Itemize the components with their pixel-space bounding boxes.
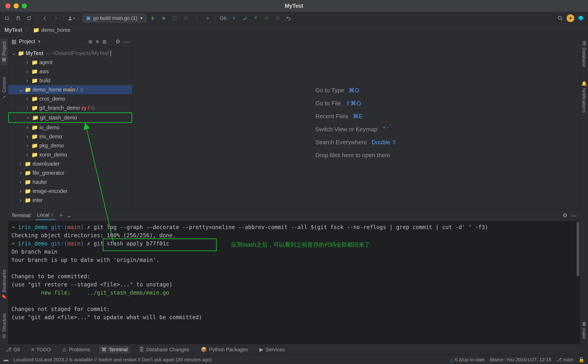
breadcrumb-child[interactable]: 📁 demo_home: [33, 27, 71, 33]
git-rollback-button[interactable]: [273, 14, 282, 23]
coverage-button[interactable]: [170, 14, 179, 23]
debug-button[interactable]: [159, 14, 168, 23]
breadcrumb-root[interactable]: MyTest: [5, 27, 22, 33]
tool-commit-tab[interactable]: ✓ Commit: [1, 75, 7, 102]
tree-item-image-encoder[interactable]: ›📁 image-encoder: [8, 187, 132, 196]
terminal-prompt-branch: main: [67, 224, 81, 230]
user-menu-button[interactable]: ▾: [67, 14, 76, 23]
status-message[interactable]: Localized GoLand 2023.2 is available // …: [13, 357, 212, 362]
git-commit-button[interactable]: [240, 14, 249, 23]
collapse-all-button[interactable]: ≣: [102, 39, 107, 45]
terminal-hide-button[interactable]: —: [571, 212, 577, 219]
ide-updates-button[interactable]: +: [567, 14, 574, 22]
tree-root[interactable]: ⌄📁 MyTest – ~/GolandProjects/MyTest ▎: [8, 49, 132, 58]
tool-database-tab[interactable]: 🗄 Database: [581, 39, 587, 69]
expand-all-button[interactable]: ≡: [96, 39, 99, 45]
terminal-line: Checking object directories: 100% (256/2…: [11, 231, 577, 240]
undo-button[interactable]: [284, 14, 293, 23]
git-push-button[interactable]: [251, 14, 260, 23]
settings-button[interactable]: ⚙: [115, 39, 120, 45]
editor-hint: Go to File⇧⌘O: [315, 100, 397, 107]
tree-item-git_stash_demo[interactable]: ›📁 git_stash_demo: [9, 113, 131, 122]
status-git-changes[interactable]: △ 6 ∆/up-to-date: [450, 357, 485, 362]
bottom-tab-services[interactable]: ▶Services: [257, 346, 287, 354]
terminal-line: Changes to be committed:: [11, 272, 577, 280]
terminal-dropdown-button[interactable]: ⌄: [67, 212, 72, 219]
toolbox-button[interactable]: [576, 14, 585, 23]
stop-button[interactable]: [203, 14, 212, 23]
tree-item-pkg_demo[interactable]: ›📁 pkg_demo: [8, 141, 132, 150]
editor-hint: Search EverywhereDouble ⇧: [315, 139, 397, 146]
tool-structure-tab[interactable]: ☰ Structure: [1, 311, 7, 341]
editor-hint: Recent Files⌘E: [315, 113, 397, 120]
svg-rect-3: [207, 17, 209, 19]
run-configuration-selector[interactable]: ▣ go build main.go (1) ▼: [83, 14, 147, 23]
close-window-button[interactable]: [6, 3, 10, 8]
git-label: Git:: [220, 15, 227, 21]
chevron-down-icon[interactable]: ▼: [38, 39, 41, 44]
tree-item-downloader[interactable]: ›📁 downloader: [8, 159, 132, 168]
project-icon: ▦: [1, 57, 7, 63]
tree-item-aws[interactable]: ›📁 aws: [8, 67, 132, 76]
status-projects-icon[interactable]: ▬: [4, 357, 8, 362]
bottom-tab-todo[interactable]: ≡TODO: [29, 346, 53, 354]
terminal-scrollbar[interactable]: [577, 222, 579, 276]
svg-point-1: [163, 17, 165, 19]
open-file-button[interactable]: [3, 14, 12, 23]
terminal-line: new file:: [41, 290, 71, 296]
tree-item-iris_demo[interactable]: ›📁 iris_demo: [8, 132, 132, 141]
main-toolbar: ▾ ▣ go build main.go (1) ▼ ⋮ Git: ⟳ +: [0, 12, 588, 25]
tree-item-demo_home[interactable]: ⌄📁 demo_home main / ⊘: [8, 85, 132, 94]
tree-item-git_branch_demo[interactable]: ›📁 git_branch_demo zy / ⊘: [8, 103, 132, 112]
minimize-window-button[interactable]: [14, 3, 19, 8]
project-tree[interactable]: ⌄📁 MyTest – ~/GolandProjects/MyTest ▎›📁 …: [8, 47, 132, 210]
status-lock-icon[interactable]: 🔒: [578, 357, 584, 362]
tree-item-build[interactable]: ›📁 build: [8, 76, 132, 85]
status-blame[interactable]: Blame: You 2024/1/27, 12:15: [490, 357, 551, 362]
chevron-right-icon: 〉: [25, 27, 30, 34]
tool-bookmarks-tab[interactable]: 🔖 Bookmarks: [1, 267, 7, 302]
bottom-tab-terminal[interactable]: ⌘Terminal: [99, 346, 130, 354]
new-terminal-tab-button[interactable]: +: [59, 212, 63, 219]
tree-item-agent[interactable]: ›📁 agent: [8, 58, 132, 67]
git-history-button[interactable]: ⟳: [262, 14, 271, 23]
save-all-button[interactable]: [14, 14, 23, 23]
list-icon: ≡: [31, 347, 34, 353]
tree-item-hauler[interactable]: ›📁 hauler: [8, 177, 132, 187]
bottom-tab-python-packages[interactable]: 📦Python Packages: [198, 346, 250, 354]
close-tab-icon[interactable]: ×: [51, 212, 54, 218]
attach-button[interactable]: ⋮: [192, 14, 201, 23]
bottom-tab-database-changes[interactable]: 🗄Database Changes: [137, 346, 191, 354]
nav-forward-button[interactable]: [51, 14, 60, 23]
tree-item-file_generator[interactable]: ›📁 file_generator: [8, 168, 132, 177]
branch-icon: ⎇: [556, 357, 563, 362]
profile-button[interactable]: [181, 14, 190, 23]
project-header-label[interactable]: Project: [19, 39, 35, 45]
search-everywhere-button[interactable]: [556, 14, 565, 23]
git-pull-button[interactable]: [229, 14, 238, 23]
run-button[interactable]: [148, 14, 157, 23]
annotation-text: 应用stash之后，可以看到之前暂存的代码全部都回来了: [231, 240, 370, 249]
tree-item-xorm_demo[interactable]: ›📁 xorm_demo: [8, 150, 132, 159]
zoom-window-button[interactable]: [22, 3, 27, 8]
tree-item-cros_demo[interactable]: ›📁 cros_demo: [8, 94, 132, 103]
hide-button[interactable]: —: [124, 39, 129, 45]
nav-back-button[interactable]: [40, 14, 49, 23]
status-branch[interactable]: ⎇ main: [556, 357, 574, 362]
tree-item-inter[interactable]: ›📁 inter: [8, 196, 132, 205]
pkg-icon: 📦: [201, 347, 207, 353]
terminal-output[interactable]: ➜ iris_demo git:(main) ✗ git log --graph…: [8, 221, 580, 344]
run-config-label: go build main.go (1): [93, 15, 137, 21]
tool-project-tab[interactable]: ▦ Project: [0, 39, 8, 65]
select-opened-file-button[interactable]: ⊕: [88, 39, 93, 45]
sync-button[interactable]: [25, 14, 34, 23]
tool-notifications-tab[interactable]: 🔔 Notifications: [581, 78, 587, 115]
tree-item-io_demo[interactable]: ›📁 io_demo: [8, 123, 132, 132]
bottom-tab-problems[interactable]: ⚠Problems: [60, 346, 92, 354]
cube-icon: ▣: [86, 15, 91, 21]
terminal-settings-button[interactable]: ⚙: [562, 212, 568, 219]
bell-icon: 🔔: [581, 81, 587, 86]
bottom-tab-git[interactable]: ⎇Git: [3, 346, 22, 354]
terminal-tab-local[interactable]: Local ×: [36, 211, 55, 220]
tool-make-tab[interactable]: M make: [581, 320, 587, 341]
